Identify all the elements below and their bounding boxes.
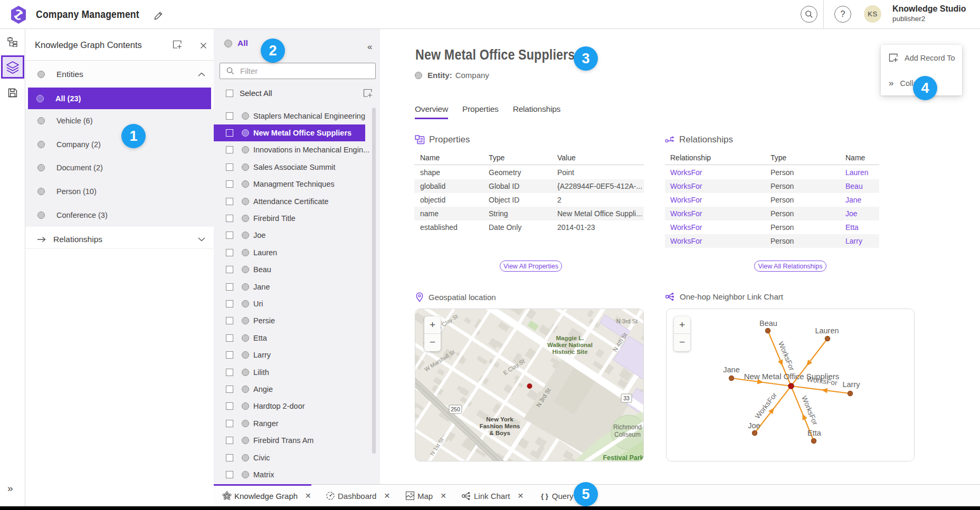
svg-text:33: 33 (623, 395, 630, 401)
svg-text:Coliseum: Coliseum (614, 431, 641, 438)
svg-text:Richmond: Richmond (613, 424, 642, 431)
svg-text:Festival Park: Festival Park (603, 454, 643, 461)
svg-text:New York: New York (486, 416, 513, 422)
svg-text:Lauren: Lauren (815, 326, 839, 335)
svg-text:Etta: Etta (807, 429, 822, 437)
svg-text:Fashion Mens: Fashion Mens (480, 423, 520, 429)
svg-text:New Metal Office Suppliers: New Metal Office Suppliers (744, 372, 840, 381)
svg-text:Joe: Joe (748, 421, 760, 430)
svg-text:Larry: Larry (842, 380, 860, 389)
svg-text:Maggie L.: Maggie L. (556, 335, 584, 341)
svg-text:Jane: Jane (723, 365, 739, 374)
svg-text:Historic Site: Historic Site (552, 349, 587, 355)
svg-text:Beau: Beau (759, 319, 777, 328)
svg-text:N 3rd St: N 3rd St (616, 318, 638, 324)
svg-text:250: 250 (451, 406, 460, 412)
svg-text:& Boys: & Boys (489, 430, 510, 436)
svg-text:Walker National: Walker National (547, 342, 593, 348)
